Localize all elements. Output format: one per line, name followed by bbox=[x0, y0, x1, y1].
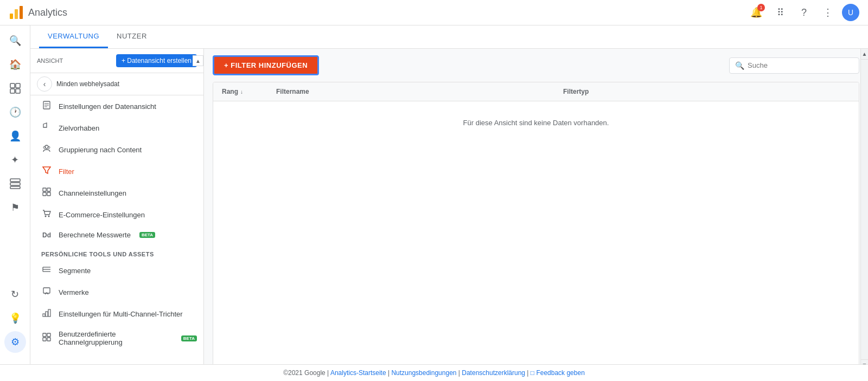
table-empty-message: Für diese Ansicht sind keine Daten vorha… bbox=[213, 101, 859, 144]
menu-item-einstellungen[interactable]: Einstellungen der Datenansicht bbox=[30, 95, 203, 117]
footer: ©2021 Google | Analytics-Startseite | Nu… bbox=[30, 364, 868, 381]
admin-content: Ansicht + Datenansicht erstellen ▲ ‹ Min… bbox=[30, 49, 868, 381]
filter-toolbar: + FILTER HINZUFÜGEN 🔍 bbox=[204, 49, 868, 82]
footer-link-datenschutz[interactable]: Datenschutzerklärung bbox=[462, 369, 525, 377]
table-header: Rang ↓ Filtername Filtertyp bbox=[213, 82, 859, 101]
scroll-track bbox=[861, 60, 868, 359]
avatar[interactable]: U bbox=[842, 4, 859, 21]
svg-rect-18 bbox=[43, 188, 46, 191]
sidebar-share-btn[interactable]: ↻ bbox=[4, 283, 26, 305]
menu-text-channeleinstellungen: Channeleinstellungen bbox=[59, 189, 126, 197]
menu-text-filter: Filter bbox=[59, 167, 74, 176]
table-empty-space bbox=[213, 144, 859, 177]
more-options-button[interactable]: ⋮ bbox=[818, 3, 838, 22]
sidebar-settings-btn[interactable]: ⚙ bbox=[4, 331, 26, 353]
footer-link-feedback[interactable]: Feedback geben bbox=[536, 369, 584, 377]
ansicht-label: Ansicht bbox=[37, 57, 63, 64]
sidebar-search-btn[interactable]: 🔍 bbox=[4, 30, 26, 51]
einstellungen-icon bbox=[41, 101, 52, 112]
filter-icon bbox=[41, 166, 52, 177]
sidebar-behavior-btn[interactable] bbox=[4, 173, 26, 195]
help-button[interactable]: ? bbox=[794, 3, 814, 22]
left-panel: Ansicht + Datenansicht erstellen ▲ ‹ Min… bbox=[30, 49, 204, 381]
sidebar-home-btn[interactable]: 🏠 bbox=[4, 54, 26, 75]
gruppierung-icon bbox=[41, 144, 52, 155]
view-name: Minden webhelysadat bbox=[56, 80, 199, 88]
sidebar-conversions-btn[interactable]: ⚑ bbox=[4, 197, 26, 218]
svg-rect-4 bbox=[16, 83, 20, 88]
right-panel: + FILTER HINZUFÜGEN 🔍 Rang ↓ Filtern bbox=[204, 49, 868, 381]
filter-table: Rang ↓ Filtername Filtertyp Für diese An… bbox=[213, 82, 859, 381]
channeleinstellungen-icon bbox=[41, 188, 52, 198]
left-panel-scroll: Einstellungen der Datenansicht Zielvorha… bbox=[30, 95, 203, 370]
ecommerce-icon bbox=[41, 209, 52, 220]
header: Analytics 🔔 1 ⠿ ? ⋮ U bbox=[0, 0, 868, 25]
right-scrollbar: ▲ ▼ bbox=[860, 49, 868, 370]
menu-text-benutzerdefinierte: Benutzerdefinierte Channelgruppierung bbox=[59, 330, 173, 346]
tab-nutzer[interactable]: NUTZER bbox=[108, 25, 156, 48]
back-btn[interactable]: ‹ bbox=[37, 76, 52, 92]
apps-button[interactable]: ⠿ bbox=[770, 3, 790, 22]
create-view-btn[interactable]: + Datenansicht erstellen bbox=[116, 54, 197, 67]
view-selector-row: ‹ Minden webhelysadat bbox=[30, 73, 203, 95]
search-box: 🔍 bbox=[729, 57, 859, 74]
search-icon: 🔍 bbox=[735, 61, 744, 70]
menu-item-channeleinstellungen[interactable]: Channeleinstellungen bbox=[30, 182, 203, 204]
sidebar-dashboard-btn[interactable] bbox=[4, 78, 26, 99]
menu-text-vermerke: Vermerke bbox=[59, 288, 89, 296]
menu-item-multichannel[interactable]: Einstellungen für Multi-Channel-Trichter bbox=[30, 303, 203, 325]
svg-rect-20 bbox=[43, 192, 46, 196]
svg-rect-35 bbox=[47, 338, 50, 341]
menu-text-ecommerce: E-Commerce-Einstellungen bbox=[59, 211, 145, 219]
svg-point-23 bbox=[48, 216, 50, 217]
col-filtername-header: Filtername bbox=[276, 88, 563, 95]
benutzerdefinierte-icon bbox=[41, 333, 52, 344]
tabs-bar: VERWALTUNG NUTZER bbox=[30, 25, 868, 49]
add-filter-btn[interactable]: + FILTER HINZUFÜGEN bbox=[213, 55, 319, 75]
left-panel-header: Ansicht + Datenansicht erstellen ▲ bbox=[30, 49, 203, 73]
menu-item-segmente[interactable]: Segmente bbox=[30, 260, 203, 281]
sidebar-acquisition-btn[interactable]: ✦ bbox=[4, 149, 26, 171]
svg-rect-19 bbox=[47, 188, 50, 191]
svg-rect-6 bbox=[16, 89, 20, 93]
sidebar-insights-btn[interactable]: 💡 bbox=[4, 307, 26, 329]
logo-area: Analytics bbox=[9, 5, 67, 20]
menu-text-gruppierung: Gruppierung nach Content bbox=[59, 146, 142, 154]
menu-item-messwerte[interactable]: Dd Berechnete Messwerte BETA bbox=[30, 225, 203, 244]
main-layout: 🔍 🏠 🕐 👤 ✦ ⚑ ↻ 💡 ⚙ › bbox=[0, 25, 868, 381]
multichannel-icon bbox=[41, 308, 52, 319]
section-header-persoenlich: PERSÖNLICHE TOOLS UND ASSETS bbox=[30, 244, 203, 260]
footer-copyright: ©2021 Google bbox=[283, 369, 326, 377]
sidebar-audience-btn[interactable]: 👤 bbox=[4, 125, 26, 147]
app-title: Analytics bbox=[28, 7, 67, 18]
svg-point-22 bbox=[45, 216, 47, 217]
col-filtertyp-header: Filtertyp bbox=[563, 88, 850, 95]
svg-rect-9 bbox=[10, 186, 20, 189]
scroll-up-right[interactable]: ▲ bbox=[861, 49, 868, 60]
svg-rect-8 bbox=[10, 183, 20, 185]
menu-item-filter[interactable]: Filter bbox=[30, 160, 203, 182]
footer-link-nutzungsbedingungen[interactable]: Nutzungsbedingungen bbox=[391, 369, 456, 377]
svg-rect-32 bbox=[43, 333, 46, 337]
rang-label: Rang bbox=[222, 88, 238, 95]
vermerke-icon bbox=[41, 287, 52, 298]
search-input[interactable] bbox=[748, 61, 853, 69]
scroll-up-btn[interactable]: ▲ bbox=[193, 55, 203, 66]
menu-item-vermerke[interactable]: Vermerke bbox=[30, 281, 203, 303]
sidebar-realtime-btn[interactable]: 🕐 bbox=[4, 101, 26, 123]
notification-badge: 1 bbox=[757, 4, 765, 11]
svg-rect-30 bbox=[46, 312, 48, 317]
menu-text-einstellungen: Einstellungen der Datenansicht bbox=[59, 102, 156, 111]
menu-item-zielvorhaben[interactable]: Zielvorhaben bbox=[30, 117, 203, 139]
notifications-button[interactable]: 🔔 1 bbox=[746, 3, 766, 22]
beta-badge-benutzerdefinierte: BETA bbox=[181, 335, 197, 341]
footer-link-startseite[interactable]: Analytics-Startseite bbox=[330, 369, 386, 377]
tab-verwaltung[interactable]: VERWALTUNG bbox=[39, 25, 108, 48]
svg-rect-29 bbox=[43, 314, 45, 317]
svg-rect-1 bbox=[15, 9, 18, 19]
col-rang-header: Rang ↓ bbox=[222, 88, 276, 95]
menu-item-ecommerce[interactable]: E-Commerce-Einstellungen bbox=[30, 204, 203, 225]
svg-rect-31 bbox=[48, 309, 50, 317]
menu-item-gruppierung[interactable]: Gruppierung nach Content bbox=[30, 139, 203, 160]
menu-item-benutzerdefinierte[interactable]: Benutzerdefinierte Channelgruppierung BE… bbox=[30, 325, 203, 352]
